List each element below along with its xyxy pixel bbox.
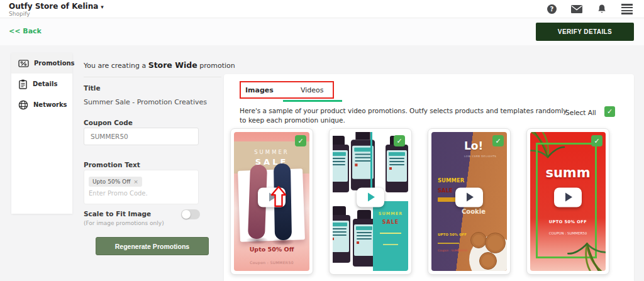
- headline-top: SUMMER: [373, 211, 408, 216]
- decorative-bar: [438, 243, 459, 244]
- promotion-card-red-summer[interactable]: ✓ summ UPTO 50% OFF COUPON : SUMMER50: [526, 128, 609, 275]
- promotion-card-cookie[interactable]: ✓ Lo! LOW CARB DELIGHTS SUMMER SALE Almo…: [428, 128, 511, 275]
- platform-label: Shopify: [9, 11, 30, 17]
- scale-to-fit-note: (For image promotions only): [84, 220, 164, 226]
- selected-check-icon[interactable]: ✓: [591, 135, 602, 146]
- sidebar: Promotions Details Networks: [11, 53, 72, 214]
- globe-icon: [18, 100, 28, 110]
- palm-leaf-graphic: [565, 224, 606, 271]
- toolbar: << Back VERIFY DETAILS: [0, 18, 644, 45]
- sidebar-item-label: Networks: [33, 101, 67, 108]
- video-thumbnail: ✓ SUMMER SALE: [333, 132, 408, 271]
- store-name-label: Outfy Store of Kelina: [9, 2, 98, 11]
- video-thumbnail: ✓ Lo! LOW CARB DELIGHTS SUMMER SALE Almo…: [431, 132, 507, 271]
- cookie-graphic: [479, 252, 497, 270]
- selected-check-icon[interactable]: ✓: [394, 135, 405, 146]
- sidebar-item-promotions[interactable]: Promotions: [11, 53, 72, 74]
- annotation-cursor-arrow: [270, 185, 287, 208]
- promotions-panel: Images Videos Here's a sample of your pr…: [224, 74, 634, 281]
- clipboard-icon: [18, 79, 28, 89]
- toggle-knob: [182, 210, 191, 219]
- creating-banner: You are creating a Store Wide promotion: [84, 60, 235, 70]
- tab-videos[interactable]: Videos: [301, 86, 324, 94]
- sidebar-item-networks[interactable]: Networks: [11, 94, 72, 115]
- promo-placeholder: Enter Promo Code.: [89, 190, 194, 197]
- play-button[interactable]: [357, 187, 384, 207]
- promotion-card-snowboard[interactable]: ✓ SUMMER SALE Upto 50% Off Coupon : SUMM…: [230, 128, 313, 275]
- top-icon-group: ?: [547, 0, 633, 18]
- cookie-graphic: [470, 232, 487, 248]
- coupon-text: Coupon : SUMMER50: [234, 260, 309, 265]
- play-icon: [368, 193, 375, 202]
- brand-logo: Lo!: [464, 140, 483, 152]
- headline-top: SUMMER: [438, 177, 464, 184]
- video-thumbnail: ✓ summ UPTO 50% OFF COUPON : SUMMER50: [530, 132, 606, 271]
- divider: [84, 77, 221, 77]
- coupon-code-label: Coupon Code: [84, 119, 133, 126]
- promotion-text-label: Promotion Text: [84, 161, 140, 168]
- select-all-checkbox[interactable]: ✓: [604, 106, 615, 117]
- help-icon[interactable]: ?: [547, 4, 557, 14]
- headline-main: SALE: [373, 219, 408, 225]
- banner-prefix: You are creating a: [84, 62, 148, 70]
- coupon-icon: [18, 59, 29, 68]
- verify-details-button[interactable]: VERIFY DETAILS: [536, 23, 634, 41]
- brand-subline: LOW CARB DELIGHTS: [464, 155, 496, 158]
- bell-icon[interactable]: [597, 4, 607, 14]
- banner-suffix: promotion: [197, 62, 235, 70]
- promotion-type-label: Store Wide: [148, 60, 197, 70]
- back-link[interactable]: << Back: [9, 27, 42, 35]
- scale-to-fit-label: Scale to Fit Image: [84, 210, 151, 218]
- promo-chip-label: Upto 50% Off: [92, 179, 130, 185]
- promotion-card-fish-oil[interactable]: ✓ SUMMER SALE: [329, 128, 412, 275]
- outfy-promotion-page: Outfy Store of Kelina▾ Shopify ? << Back…: [0, 0, 644, 281]
- sidebar-item-label: Promotions: [34, 60, 75, 67]
- sale-panel: SUMMER SALE: [373, 201, 408, 271]
- menu-icon[interactable]: [621, 4, 633, 14]
- tab-images[interactable]: Images: [245, 86, 274, 94]
- headline-main: SALE: [438, 187, 453, 194]
- store-switcher[interactable]: Outfy Store of Kelina▾: [9, 2, 104, 11]
- selected-check-icon[interactable]: ✓: [492, 135, 504, 146]
- video-thumbnail: ✓ SUMMER SALE Upto 50% Off Coupon : SUMM…: [234, 132, 309, 271]
- title-label: Title: [84, 84, 101, 92]
- product-line: Cookie: [462, 208, 486, 215]
- sidebar-item-details[interactable]: Details: [11, 74, 72, 94]
- play-button[interactable]: [455, 187, 483, 207]
- offer-text: UPTO 50% OFF: [438, 233, 467, 236]
- active-tab-underline: [283, 100, 342, 102]
- top-bar: Outfy Store of Kelina▾ Shopify ?: [0, 0, 644, 18]
- offer-text: Upto 50% Off: [234, 246, 309, 253]
- decorative-bar: [380, 233, 401, 234]
- sidebar-item-label: Details: [33, 80, 57, 87]
- mail-icon[interactable]: [571, 5, 582, 13]
- decorative-bar: [383, 244, 398, 245]
- select-all-label: Select All: [565, 109, 596, 116]
- product-bottle: [333, 206, 350, 263]
- panel-description: Here's a sample of your product video pr…: [240, 106, 572, 125]
- regenerate-promotions-button[interactable]: Regenerate Promotions: [96, 237, 209, 255]
- coupon-text: Coupon : SUMMER50: [438, 249, 467, 252]
- selected-check-icon[interactable]: ✓: [295, 135, 306, 146]
- chip-remove-icon[interactable]: ×: [133, 179, 138, 185]
- promotion-text-input[interactable]: Upto 50% Off × Enter Promo Code.: [84, 170, 199, 204]
- scale-to-fit-toggle[interactable]: [181, 209, 200, 219]
- product-bottle: [333, 136, 349, 192]
- cookie-graphic: [485, 233, 506, 253]
- product-bottle: [353, 210, 375, 267]
- promo-chip: Upto 50% Off ×: [89, 177, 142, 187]
- headline-top: SUMMER: [254, 149, 289, 155]
- play-icon: [467, 193, 474, 202]
- chevron-down-icon: ▾: [101, 4, 104, 10]
- coupon-code-input[interactable]: [84, 128, 199, 145]
- title-value: Summer Sale - Promotion Creatives: [84, 98, 207, 106]
